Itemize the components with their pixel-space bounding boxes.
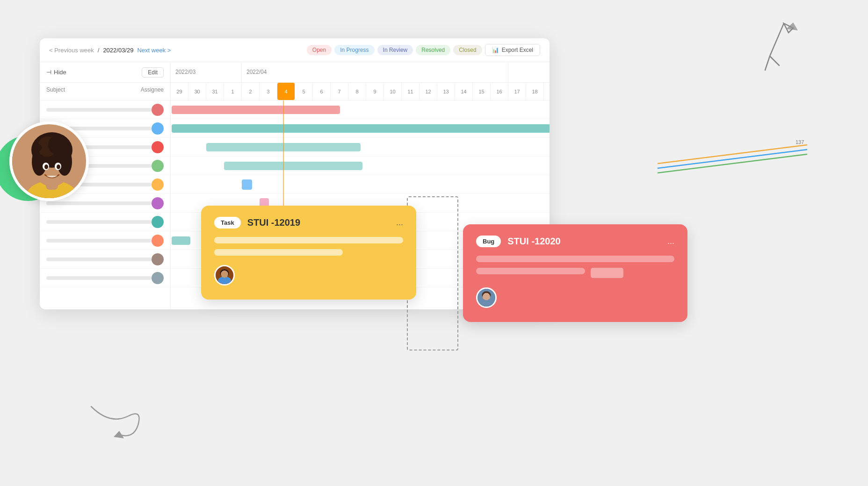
- filter-inreview[interactable]: In Review: [377, 45, 413, 55]
- edit-button[interactable]: Edit: [142, 67, 164, 78]
- table-row[interactable]: [40, 231, 170, 250]
- task-card-yellow[interactable]: Task STUI -12019 ...: [201, 206, 416, 300]
- avatar: [152, 253, 164, 265]
- card-action-btn[interactable]: [591, 268, 623, 278]
- card-avatar: [214, 265, 235, 286]
- gantt-row: [171, 138, 550, 157]
- day-col: 19: [544, 83, 550, 100]
- gantt-bar[interactable]: [172, 106, 340, 114]
- bug-type-badge: Bug: [476, 236, 501, 247]
- day-col: 6: [313, 83, 331, 100]
- gantt-bar[interactable]: [172, 236, 190, 245]
- card-line-row: [476, 268, 674, 278]
- day-col: 30: [188, 83, 206, 100]
- column-headers: Subject Assignee: [40, 83, 170, 100]
- day-col: 15: [473, 83, 491, 100]
- gantt-row: [171, 100, 550, 119]
- export-excel-button[interactable]: 📊 Export Excel: [485, 44, 540, 56]
- avatar: [152, 197, 164, 209]
- next-week-button[interactable]: Next week >: [137, 47, 171, 54]
- day-col: 7: [331, 83, 348, 100]
- card-title-line: [476, 256, 674, 262]
- month-headers: 2022/03 2022/04: [171, 62, 550, 83]
- week-navigation: < Previous week / 2022/03/29 Next week >: [49, 47, 171, 54]
- table-row[interactable]: [40, 269, 170, 287]
- month-april: 2022/04: [242, 62, 508, 82]
- prev-week-button[interactable]: < Previous week: [49, 47, 94, 54]
- day-col: 13: [437, 83, 455, 100]
- avatar: [152, 122, 164, 135]
- svg-point-18: [44, 164, 48, 169]
- filter-closed[interactable]: Closed: [453, 45, 482, 55]
- avatar: [152, 160, 164, 172]
- day-col: 14: [455, 83, 473, 100]
- day-col: 3: [260, 83, 277, 100]
- card-avatar: [476, 287, 497, 308]
- card-menu-button[interactable]: ...: [396, 218, 403, 228]
- card-avatar-row: [476, 287, 674, 308]
- gantt-bar[interactable]: [172, 124, 550, 133]
- hide-icon: ⊣: [46, 69, 51, 76]
- month-march: 2022/03: [171, 62, 242, 82]
- export-icon: 📊: [492, 47, 499, 53]
- day-col: 5: [295, 83, 313, 100]
- day-col: 9: [366, 83, 384, 100]
- svg-point-31: [483, 293, 490, 300]
- day-col: 1: [224, 83, 242, 100]
- day-col: 12: [420, 83, 437, 100]
- person-avatar: [9, 122, 89, 201]
- day-col: 16: [491, 83, 508, 100]
- card-subtitle-line: [214, 249, 343, 256]
- table-row[interactable]: [40, 250, 170, 269]
- svg-point-29: [480, 299, 493, 307]
- day-col-today: 4: [277, 83, 295, 100]
- assignee-col-header: Assignee: [136, 86, 164, 96]
- hide-label: Hide: [54, 69, 66, 76]
- task-id: STUI -12020: [507, 236, 667, 247]
- day-col: 17: [508, 83, 526, 100]
- header-bar: < Previous week / 2022/03/29 Next week >…: [40, 38, 550, 62]
- gantt-bar[interactable]: [242, 179, 252, 190]
- task-id: STUI -12019: [247, 217, 396, 228]
- deco-arrow-tl: [760, 19, 807, 75]
- avatar: [152, 104, 164, 116]
- svg-point-25: [221, 271, 228, 278]
- svg-marker-5: [114, 431, 124, 438]
- svg-point-19: [57, 164, 60, 169]
- avatar: [152, 141, 164, 153]
- filter-bar: Open In Progress In Review Resolved Clos…: [307, 44, 540, 56]
- subject-col-header: Subject: [46, 86, 136, 96]
- day-headers: 29 30 31 1 2 3 4 5 6 7 8 9 10 11 12 13 1…: [171, 83, 550, 100]
- card-menu-button[interactable]: ...: [667, 236, 674, 246]
- card-avatar-row: [214, 265, 403, 286]
- gantt-row: [171, 175, 550, 194]
- task-card-red[interactable]: Bug STUI -12020 ...: [463, 224, 687, 322]
- current-date-label: 2022/03/29: [103, 47, 133, 54]
- svg-point-23: [218, 277, 231, 285]
- svg-point-15: [48, 136, 65, 154]
- filter-inprogress[interactable]: In Progress: [334, 45, 374, 55]
- deco-lines-right: 137: [658, 136, 821, 192]
- card-line: [476, 268, 585, 274]
- table-row[interactable]: [40, 213, 170, 231]
- gantt-row: [171, 119, 550, 138]
- export-label: Export Excel: [502, 47, 533, 53]
- svg-line-3: [658, 154, 807, 173]
- card-header: Task STUI -12019 ...: [214, 217, 403, 229]
- filter-resolved[interactable]: Resolved: [416, 45, 450, 55]
- gantt-bar[interactable]: [224, 162, 362, 170]
- hide-button[interactable]: ⊣ Hide: [46, 69, 66, 76]
- sidebar-toolbar: ⊣ Hide Edit: [40, 62, 170, 83]
- day-col: 2: [242, 83, 260, 100]
- avatar: [152, 216, 164, 228]
- slash-separator: /: [98, 47, 100, 54]
- task-type-badge: Task: [214, 217, 241, 229]
- card-title-line: [214, 237, 403, 243]
- filter-open[interactable]: Open: [307, 45, 332, 55]
- avatar: [152, 179, 164, 191]
- day-col: 10: [384, 83, 402, 100]
- day-col: 8: [348, 83, 366, 100]
- svg-line-2: [658, 150, 807, 168]
- deco-swirl-bl: [82, 397, 147, 444]
- table-row[interactable]: [40, 100, 170, 119]
